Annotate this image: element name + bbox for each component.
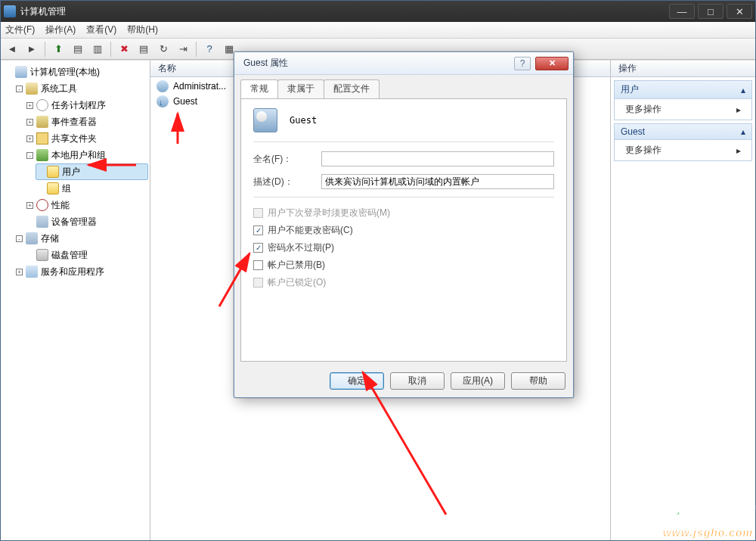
cancel-button[interactable]: 取消: [390, 372, 445, 390]
watermark: 技术员联盟 www.jsgho.com: [643, 506, 753, 538]
properties-dialog: Guest 属性 ? ✕ 常规 隶属于 配置文件 Guest 全名(F)： 描述…: [234, 51, 574, 398]
tree-services[interactable]: 服务和应用程序: [41, 264, 104, 279]
tree-perf[interactable]: 性能: [51, 197, 70, 213]
tree-users[interactable]: 用户: [62, 164, 80, 179]
close-icon[interactable]: ✕: [535, 57, 569, 70]
list-item-label: Administrat...: [173, 79, 226, 94]
storage-icon: [26, 232, 38, 244]
properties-icon[interactable]: ▤: [135, 41, 152, 58]
actions-more[interactable]: 更多操作▸: [615, 99, 751, 120]
checkbox-icon[interactable]: [253, 225, 263, 235]
titlebar: 计算机管理 — □ ✕: [1, 1, 755, 22]
tree-dev[interactable]: 设备管理器: [51, 214, 97, 229]
description-input[interactable]: [321, 174, 554, 189]
checkbox-icon[interactable]: [253, 260, 263, 270]
actions-pane: 操作 用户▴ 更多操作▸ Guest▴ 更多操作▸: [610, 61, 755, 540]
computer-icon: [15, 66, 27, 78]
apply-button[interactable]: 应用(A): [451, 372, 505, 390]
checkbox-mustchangepw: 用户下次登录时须更改密码(M): [253, 207, 554, 219]
checkbox-neverexpire[interactable]: 密码永不过期(P): [253, 241, 554, 254]
user-large-icon: [253, 108, 277, 132]
actions-more[interactable]: 更多操作▸: [615, 140, 751, 160]
tab-profile[interactable]: 配置文件: [324, 79, 380, 98]
close-button[interactable]: ✕: [727, 4, 752, 19]
disk-icon: [36, 249, 48, 261]
show-hide-pane-icon[interactable]: ▥: [89, 41, 106, 58]
collapse-icon[interactable]: ▴: [741, 126, 745, 137]
tab-general[interactable]: 常规: [240, 79, 278, 98]
ok-button[interactable]: 确定: [330, 372, 384, 390]
tree-share[interactable]: 共享文件夹: [51, 131, 97, 146]
clock-icon: [36, 99, 48, 111]
tree-disk[interactable]: 磁盘管理: [51, 247, 88, 263]
tools-icon: [26, 82, 38, 95]
tree-localusers[interactable]: 本地用户和组: [51, 148, 106, 163]
folder-icon: [47, 166, 59, 178]
up-icon[interactable]: ⬆: [50, 41, 67, 58]
checkbox-disabled[interactable]: 帐户已禁用(B): [253, 259, 554, 272]
tree-root[interactable]: 计算机管理(本地): [30, 64, 100, 79]
collapse-icon[interactable]: ▴: [741, 85, 745, 95]
fullname-input[interactable]: [321, 151, 554, 166]
minimize-button[interactable]: —: [669, 4, 695, 19]
actions-section-title: Guest: [621, 126, 645, 137]
help-icon[interactable]: ?: [514, 57, 531, 70]
checkbox-cannotchangepw[interactable]: 用户不能更改密码(C): [253, 224, 554, 237]
user-icon: [156, 80, 169, 92]
device-icon: [36, 216, 48, 228]
app-icon: [4, 5, 16, 17]
actions-header: 操作: [611, 61, 755, 77]
list-item-label: Guest: [173, 94, 197, 109]
chevron-right-icon: ▸: [736, 145, 741, 156]
description-label: 描述(D)：: [253, 176, 321, 188]
menu-view[interactable]: 查看(V): [86, 23, 116, 36]
dialog-titlebar[interactable]: Guest 属性 ? ✕: [234, 52, 573, 75]
folder-icon: [47, 182, 59, 194]
chevron-right-icon: ▸: [736, 104, 741, 115]
window-title: 计算机管理: [20, 5, 666, 18]
actions-section-title: 用户: [621, 83, 639, 96]
dialog-title: Guest 属性: [243, 57, 288, 70]
tab-memberof[interactable]: 隶属于: [277, 79, 324, 98]
fullname-label: 全名(F)：: [253, 153, 321, 166]
refresh-icon[interactable]: ↻: [155, 41, 172, 58]
menubar: 文件(F) 操作(A) 查看(V) 帮助(H): [1, 22, 755, 39]
tree-event[interactable]: 事件查看器: [51, 114, 97, 129]
dialog-username: Guest: [290, 115, 317, 126]
checkbox-icon[interactable]: [253, 243, 263, 253]
menu-help[interactable]: 帮助(H): [127, 23, 158, 36]
users-icon: [36, 149, 48, 161]
menu-action[interactable]: 操作(A): [45, 23, 76, 36]
checkbox-icon: [253, 208, 263, 218]
performance-icon: [36, 199, 48, 211]
tree-systools[interactable]: 系统工具: [41, 81, 77, 96]
menu-file[interactable]: 文件(F): [5, 23, 35, 36]
help-button[interactable]: 帮助: [511, 372, 565, 390]
help-icon[interactable]: ?: [201, 41, 218, 58]
user-icon: [156, 95, 169, 107]
back-icon[interactable]: ◄: [4, 41, 20, 58]
checkbox-locked: 帐户已锁定(O): [253, 276, 554, 289]
tree-task[interactable]: 任务计划程序: [51, 98, 106, 113]
delete-icon[interactable]: ✖: [116, 41, 132, 58]
maximize-button[interactable]: □: [698, 4, 723, 19]
services-icon: [26, 266, 38, 278]
tree-groups[interactable]: 组: [62, 181, 71, 196]
checkbox-icon: [253, 278, 263, 288]
forward-icon[interactable]: ►: [23, 41, 40, 58]
dialog-tab-body: Guest 全名(F)： 描述(D)： 用户下次登录时须更改密码(M) 用户不能…: [240, 98, 567, 362]
nav-tree[interactable]: 计算机管理(本地) -系统工具 +任务计划程序 +事件查看器 +共享文件夹 -本…: [1, 61, 150, 540]
share-icon: [36, 132, 48, 145]
tree-storage[interactable]: 存储: [41, 231, 59, 246]
show-hide-tree-icon[interactable]: ▤: [70, 41, 86, 58]
export-icon[interactable]: ⇥: [175, 41, 191, 58]
event-icon: [36, 116, 48, 128]
